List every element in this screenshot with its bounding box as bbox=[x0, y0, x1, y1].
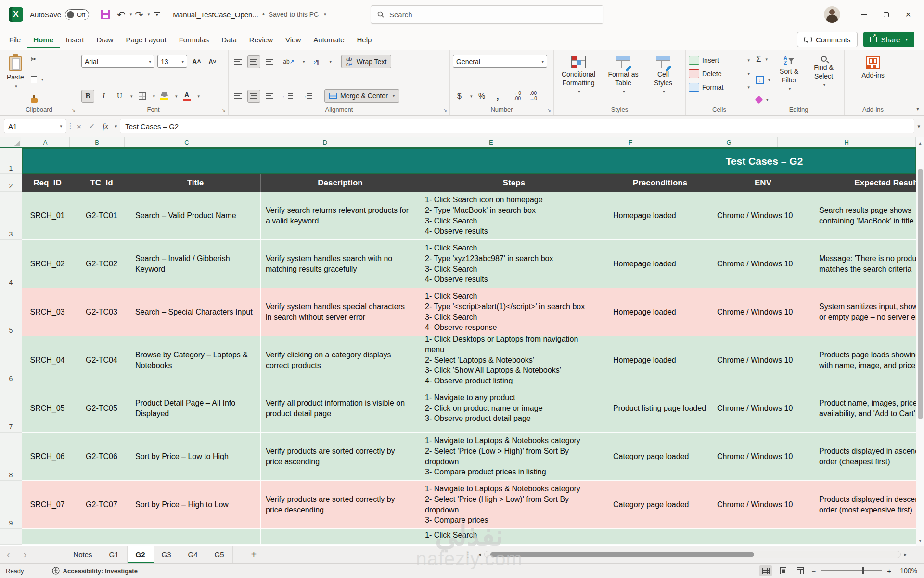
autosum-button[interactable]: Σ▾ bbox=[756, 55, 770, 63]
cell-steps[interactable]: 1- Navigate to Laptops & Notebooks categ… bbox=[420, 481, 608, 529]
next-sheet-icon[interactable]: › bbox=[17, 549, 34, 560]
confirm-entry-icon[interactable]: ✓ bbox=[87, 122, 98, 131]
text-direction-button[interactable]: ›¶ bbox=[308, 55, 325, 68]
save-icon[interactable] bbox=[101, 10, 110, 19]
horizontal-scroll-track[interactable] bbox=[484, 551, 901, 558]
decrease-decimal-button[interactable]: .00 →0 bbox=[527, 90, 540, 103]
font-color-button[interactable]: A bbox=[180, 90, 193, 103]
ribbon-tab-insert[interactable]: Insert bbox=[60, 31, 90, 48]
header-cell-env[interactable]: ENV bbox=[712, 174, 814, 192]
cell-title[interactable]: Sort by Price – Low to High bbox=[130, 433, 261, 481]
function-dropdown-icon[interactable]: ▾ bbox=[115, 124, 117, 129]
decrease-font-button[interactable]: A˅ bbox=[206, 55, 219, 68]
align-center-button[interactable] bbox=[247, 90, 260, 103]
row-number[interactable] bbox=[0, 529, 22, 545]
cell-env[interactable]: Chrome / Windows 10 bbox=[712, 384, 814, 433]
number-format-select[interactable]: General ▾ bbox=[453, 55, 547, 68]
ribbon-tab-automate[interactable]: Automate bbox=[307, 31, 350, 48]
cell-steps[interactable]: 1- Click Search bbox=[420, 529, 608, 545]
sheet-tab-g5[interactable]: G5 bbox=[206, 546, 233, 563]
cell-description[interactable]: Verify system handles special characters… bbox=[261, 288, 420, 336]
header-cell-steps[interactable]: Steps bbox=[420, 174, 608, 192]
cell-expected[interactable]: Search results page shows containing 'Ma… bbox=[814, 192, 916, 240]
currency-dropdown-icon[interactable]: ▾ bbox=[470, 94, 473, 99]
row-number[interactable]: 9 bbox=[0, 481, 22, 529]
cell-expected[interactable] bbox=[814, 529, 916, 545]
cell-req-id[interactable]: SRCH_07 bbox=[22, 481, 73, 529]
undo-button[interactable]: ↶ bbox=[116, 9, 127, 21]
cell-preconditions[interactable]: Homepage loaded bbox=[608, 336, 712, 384]
font-size-select[interactable]: 13 ▾ bbox=[157, 55, 187, 68]
row-number[interactable]: 8 bbox=[0, 433, 22, 481]
insert-function-icon[interactable]: fx bbox=[100, 122, 111, 131]
zoom-slider-thumb[interactable] bbox=[862, 567, 864, 574]
cell-env[interactable]: Chrome / Windows 10 bbox=[712, 240, 814, 288]
sheet-title-cell[interactable]: Test Cases – G2 bbox=[22, 148, 916, 174]
row-number[interactable]: 5 bbox=[0, 288, 22, 336]
cut-icon[interactable]: ✂ bbox=[31, 55, 44, 64]
ribbon-tab-formulas[interactable]: Formulas bbox=[173, 31, 216, 48]
cell-description[interactable]: Verify products are sorted correctly by … bbox=[261, 433, 420, 481]
cell-expected[interactable]: Products displayed in ascending order (c… bbox=[814, 433, 916, 481]
cell-req-id[interactable] bbox=[22, 529, 73, 545]
ribbon-tab-data[interactable]: Data bbox=[215, 31, 243, 48]
scroll-right-icon[interactable]: ▸ bbox=[901, 552, 910, 558]
cell-env[interactable]: Chrome / Windows 10 bbox=[712, 192, 814, 240]
cell-title[interactable] bbox=[130, 529, 261, 545]
expand-formula-bar-icon[interactable]: ▾ bbox=[917, 123, 920, 130]
cell-steps[interactable]: 1- Click Search 2- Type 'xyz123abc987' i… bbox=[420, 240, 608, 288]
cell-env[interactable]: Chrome / Windows 10 bbox=[712, 336, 814, 384]
cell-description[interactable]: Verify all product information is visibl… bbox=[261, 384, 420, 433]
page-layout-view-button[interactable] bbox=[777, 565, 789, 576]
ribbon-tab-help[interactable]: Help bbox=[351, 31, 378, 48]
ribbon-tab-file[interactable]: File bbox=[3, 31, 27, 48]
cell-tc-id[interactable]: G2-TC07 bbox=[73, 481, 130, 529]
increase-indent-button[interactable]: → bbox=[298, 90, 315, 103]
paste-dropdown-icon[interactable]: ▾ bbox=[15, 84, 17, 89]
collapse-ribbon-icon[interactable]: ▾ bbox=[916, 105, 919, 112]
orientation-dropdown-icon[interactable]: ▾ bbox=[303, 59, 305, 64]
column-header-A[interactable]: A bbox=[21, 137, 70, 147]
autosave-control[interactable]: AutoSave Off bbox=[30, 9, 89, 20]
cell-env[interactable] bbox=[712, 529, 814, 545]
name-box[interactable]: A1 ▾ bbox=[4, 119, 66, 133]
column-header-G[interactable]: G bbox=[680, 137, 778, 147]
cell-steps[interactable]: 1- Click Search 2- Type '<script>alert(1… bbox=[420, 288, 608, 336]
add-sheet-button[interactable]: + bbox=[246, 549, 262, 560]
conditional-formatting-button[interactable]: Conditional Formatting ▾ bbox=[557, 54, 600, 104]
cell-expected[interactable]: Products page loads showing with name, i… bbox=[814, 336, 916, 384]
cell-req-id[interactable]: SRCH_02 bbox=[22, 240, 73, 288]
zoom-percentage[interactable]: 100% bbox=[896, 567, 917, 575]
cell-steps[interactable]: 1- Click Search icon on homepage 2- Type… bbox=[420, 192, 608, 240]
cell-preconditions[interactable]: Category page loaded bbox=[608, 433, 712, 481]
comments-button[interactable]: Comments bbox=[797, 32, 858, 47]
sheet-tab-g1[interactable]: G1 bbox=[101, 546, 128, 563]
row-number[interactable]: 3 bbox=[0, 192, 22, 240]
format-cells-button[interactable]: Format ▾ bbox=[689, 81, 750, 93]
cell-tc-id[interactable]: G2-TC04 bbox=[73, 336, 130, 384]
column-header-D[interactable]: D bbox=[249, 137, 401, 147]
addins-button[interactable]: Add-ins bbox=[847, 54, 898, 104]
delete-cells-button[interactable]: Delete ▾ bbox=[689, 67, 750, 79]
scroll-up-icon[interactable]: ▴ bbox=[916, 137, 924, 148]
page-break-view-button[interactable] bbox=[794, 565, 807, 576]
zoom-in-icon[interactable]: + bbox=[887, 567, 891, 575]
cell-env[interactable]: Chrome / Windows 10 bbox=[712, 288, 814, 336]
fill-button[interactable]: ↓▾ bbox=[756, 76, 770, 84]
ribbon-tab-page-layout[interactable]: Page Layout bbox=[119, 31, 172, 48]
saved-status[interactable]: Saved to this PC bbox=[269, 11, 319, 18]
orientation-button[interactable]: ab↗ bbox=[279, 55, 298, 68]
ribbon-tab-home[interactable]: Home bbox=[27, 31, 60, 48]
header-cell-description[interactable]: Description bbox=[261, 174, 420, 192]
underline-dropdown-icon[interactable]: ▾ bbox=[130, 94, 133, 99]
percent-button[interactable]: % bbox=[475, 90, 488, 103]
ribbon-tab-review[interactable]: Review bbox=[243, 31, 279, 48]
vertical-scroll-thumb[interactable] bbox=[918, 169, 923, 419]
share-button[interactable]: Share ▾ bbox=[863, 32, 914, 47]
paste-button[interactable]: Paste ▾ bbox=[3, 54, 28, 104]
copy-icon[interactable] bbox=[31, 76, 37, 83]
header-cell-expected-result[interactable]: Expected Result bbox=[814, 174, 916, 192]
cell-title[interactable]: Browse by Category – Laptops & Notebooks bbox=[130, 336, 261, 384]
cell-description[interactable]: Verify products are sorted correctly by … bbox=[261, 481, 420, 529]
cell-req-id[interactable]: SRCH_01 bbox=[22, 192, 73, 240]
